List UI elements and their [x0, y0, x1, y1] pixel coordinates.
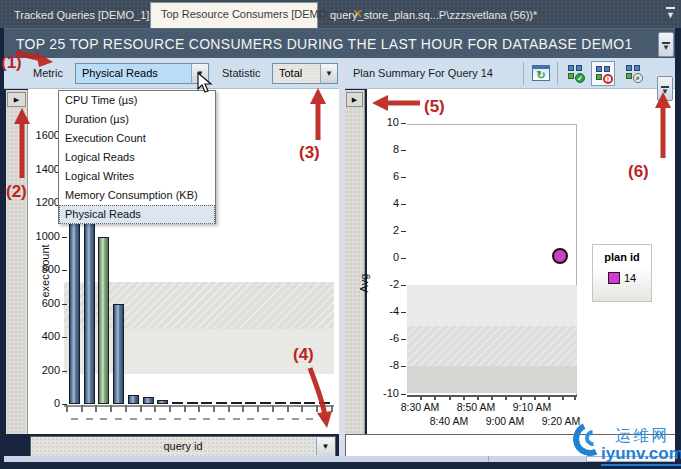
- x-axis-tick: [505, 395, 507, 400]
- plan-alert-button[interactable]: !: [591, 61, 615, 86]
- x-axis-tick: [477, 395, 479, 400]
- plan-search-icon: ⌕: [625, 65, 641, 81]
- xtick-label: 8:30 AM: [401, 401, 440, 413]
- expand-panel-button[interactable]: ▶: [346, 92, 363, 107]
- legend-item[interactable]: 14: [593, 272, 651, 284]
- tab-query-store-plan[interactable]: query_store_plan.sq...P\zzzsvetlana (56)…: [320, 4, 547, 28]
- bar: [260, 402, 271, 404]
- chart-band: [407, 366, 577, 393]
- xtick-label: [262, 418, 269, 420]
- bar: [319, 402, 330, 404]
- ytick-mark: [62, 371, 67, 372]
- ytick-label: -8: [367, 359, 399, 371]
- tab-top-resource-consumers[interactable]: Top Resource Consumers [DEMO_1]✕: [150, 2, 318, 28]
- xaxis-field-label: query id: [163, 440, 202, 452]
- x-axis-tick: [420, 395, 422, 400]
- xtick-label: [277, 418, 284, 420]
- xaxis-field-selector[interactable]: query id ▼: [30, 436, 336, 457]
- metric-dropdown-list[interactable]: CPU Time (µs)Duration (µs)Execution Coun…: [58, 90, 216, 224]
- x-axis-tick: [154, 405, 156, 412]
- x-axis-tick: [272, 405, 274, 412]
- ytick-mark: [401, 394, 406, 395]
- bar: [231, 402, 242, 404]
- ytick-mark: [401, 204, 406, 205]
- x-axis-tick: [287, 405, 289, 412]
- x-axis-tick: [213, 405, 215, 412]
- mouse-cursor: [197, 72, 213, 94]
- bar: [172, 402, 183, 404]
- chevron-down-icon: ▼: [662, 42, 670, 52]
- plan-color-swatch: [608, 272, 620, 284]
- xtick-label: 9:00 AM: [486, 415, 525, 427]
- chart-legend[interactable]: plan id 14: [592, 244, 652, 302]
- x-axis-tick: [316, 405, 318, 412]
- statistic-label: Statistic: [222, 67, 261, 79]
- dropdown-option[interactable]: Execution Count: [59, 129, 215, 148]
- xtick-label: [218, 418, 225, 420]
- ytick-mark: [401, 150, 406, 151]
- chevron-down-icon[interactable]: ▼: [320, 64, 337, 83]
- ytick-mark: [401, 366, 406, 367]
- data-point[interactable]: [552, 248, 568, 264]
- bar: [113, 304, 124, 405]
- xtick-label: [292, 418, 299, 420]
- x-axis-tick: [257, 405, 259, 412]
- ytick-label: 200: [26, 364, 60, 376]
- chevron-down-icon[interactable]: ▼: [316, 438, 334, 455]
- x-axis-tick: [331, 405, 333, 412]
- dropdown-option[interactable]: Duration (µs): [59, 110, 215, 129]
- xtick-label: 9:10 AM: [513, 401, 552, 413]
- xtick-label: 8:50 AM: [457, 401, 496, 413]
- statistic-dropdown[interactable]: Total ▼: [272, 63, 338, 84]
- x-axis-tick: [228, 405, 230, 412]
- xtick-label: 8:40 AM: [430, 415, 469, 427]
- chevron-down-icon: ▼: [661, 86, 669, 96]
- ytick-mark: [401, 285, 406, 286]
- dropdown-option[interactable]: Logical Writes: [59, 167, 215, 186]
- plan-summary-scatter-chart[interactable]: plan id 14 1086420-2-4-6-8-108:30 AM8:50…: [367, 89, 675, 434]
- chart-band: [407, 326, 577, 367]
- dropdown-option[interactable]: Logical Reads: [59, 148, 215, 167]
- tab-list-chevron-icon[interactable]: ▼: [666, 7, 675, 20]
- chart-band: [407, 285, 577, 326]
- ytick-label: 6: [367, 170, 399, 182]
- ytick-mark: [401, 312, 406, 313]
- dropdown-option[interactable]: Physical Reads: [59, 205, 215, 224]
- ytick-label: 8: [367, 143, 399, 155]
- x-axis-tick: [548, 395, 550, 400]
- statistic-value: Total: [279, 67, 302, 79]
- xtick-label: [203, 418, 210, 420]
- legend-item-label: 14: [624, 272, 636, 284]
- plan-search-button[interactable]: ⌕: [621, 61, 645, 86]
- x-axis-tick: [184, 405, 186, 412]
- window-border-left: [0, 28, 4, 469]
- ytick-mark: [62, 337, 67, 338]
- toolbar-overflow-button[interactable]: ▼: [657, 76, 673, 101]
- bar: [201, 402, 212, 404]
- expand-panel-button[interactable]: ▶: [7, 92, 26, 107]
- ytick-mark: [401, 339, 406, 340]
- xtick-label: [86, 418, 93, 420]
- dropdown-option[interactable]: Memory Consumption (KB): [59, 186, 215, 205]
- x-axis-tick: [463, 395, 465, 400]
- app-window: Tracked Queries [DEMO_1] Top Resource Co…: [0, 0, 681, 469]
- ytick-mark: [401, 258, 406, 259]
- plan-check-button[interactable]: ✓: [563, 61, 587, 86]
- x-axis-tick: [125, 405, 127, 412]
- dropdown-option[interactable]: CPU Time (µs): [59, 91, 215, 110]
- chevron-right-icon: ▶: [352, 96, 357, 103]
- ytick-label: 1600: [26, 129, 60, 141]
- refresh-button[interactable]: ↻: [529, 61, 553, 86]
- xtick-label: [233, 418, 240, 420]
- xtick-label: [306, 418, 313, 420]
- ytick-mark: [62, 237, 67, 238]
- page-title: TOP 25 TOP RESOURCE CONSUMERS DURING THE…: [16, 36, 633, 52]
- xtick-label: [115, 418, 122, 420]
- bar: [245, 402, 256, 404]
- x-axis-tick: [301, 405, 303, 412]
- right-collapse-strip: ▶: [345, 90, 365, 434]
- metric-dropdown[interactable]: Physical Reads ▼: [75, 63, 209, 84]
- right-chart-ylabel: Avg: [358, 274, 370, 293]
- tab-tracked-queries[interactable]: Tracked Queries [DEMO_1]: [4, 4, 159, 28]
- title-scroll-button[interactable]: ▼: [658, 32, 674, 57]
